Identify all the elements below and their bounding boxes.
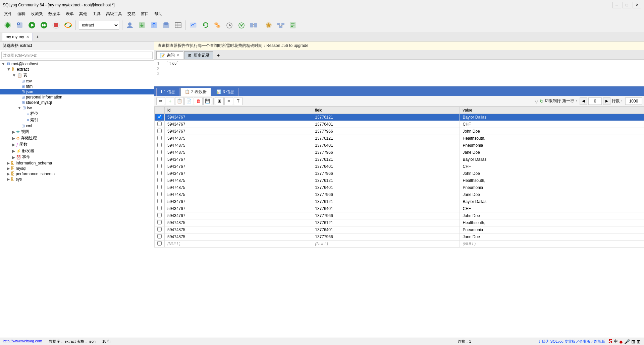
database-select[interactable]: extract [79,21,119,29]
stop-button[interactable] [50,19,62,31]
chinese-input-icon[interactable]: 中 [614,339,618,344]
table-manager-button[interactable] [172,19,184,31]
row-checkbox[interactable] [157,129,162,133]
menu-item-帮助[interactable]: 帮助 [152,10,165,17]
execute-button[interactable] [26,19,38,31]
add-session-button[interactable]: + [34,33,42,40]
results-tab-table-data[interactable]: 📋 2 表数据 [180,88,211,96]
save-changes-button[interactable]: 💾 [203,97,212,105]
tree-node-json[interactable]: ▶ ⊞ json [0,89,154,94]
table-row[interactable]: 5943476713777966John Doe [155,128,644,135]
minimize-button[interactable]: ─ [612,2,621,8]
power-tools-button[interactable] [263,19,274,31]
row-checkbox[interactable] [157,171,162,175]
new-query-button[interactable] [14,19,25,31]
menu-item-数据库[interactable]: 数据库 [46,10,63,17]
results-tab-info[interactable]: ℹ 1 信息 [156,88,179,96]
row-checkbox[interactable] [157,192,162,196]
tree-node-perf-schema[interactable]: ▶ 🗄 performance_schema [0,171,154,177]
query-tab-query[interactable]: 📝 询问 ✕ [156,51,183,59]
tree-node-tsv-cols[interactable]: ▶ ≡ 栏位 [0,111,154,117]
tree-node-sys[interactable]: ▶ 🗄 sys [0,177,154,182]
row-checkbox[interactable] [157,136,162,140]
menu-item-交易[interactable]: 交易 [125,10,138,17]
tree-node-html[interactable]: ▶ ⊞ html [0,84,154,89]
limit-row-check[interactable]: ☑限制行 [545,98,561,104]
edit-row-button[interactable]: ✏ [156,97,165,105]
col-header-field[interactable]: field [312,107,460,114]
filter-input[interactable] [1,52,153,59]
col-header-value[interactable]: value [460,107,644,114]
row-checkbox[interactable] [157,241,162,246]
copy-db-button[interactable] [212,19,223,31]
row-checkbox[interactable] [157,199,162,203]
row-checkbox[interactable] [157,206,162,210]
close-button[interactable]: ✕ [633,2,641,8]
menu-item-高级工具[interactable]: 高级工具 [103,10,125,17]
user-manager-button[interactable] [124,19,136,31]
tree-node-info-schema[interactable]: ▶ 🗄 information_schema [0,160,154,166]
menu-item-窗口[interactable]: 窗口 [138,10,152,17]
row-checkbox[interactable] [157,164,162,168]
maximize-button[interactable]: □ [623,2,631,8]
tree-node-views[interactable]: ▶ 👁 视图 [0,129,154,135]
paste-row-button[interactable]: 📄 [184,97,193,105]
row-checkbox[interactable] [157,227,162,231]
tree-node-mysql[interactable]: ▶ 🗄 mysql [0,166,154,171]
table-row[interactable]: 5947487513776401Pneumonia [155,142,644,149]
text-view-button[interactable]: T [234,97,243,105]
table-row[interactable]: 5943476713776401CHF [155,163,644,170]
table-row[interactable]: 5943476713777966John Doe [155,212,644,219]
tree-node-procs[interactable]: ▶ ⚙ 存储过程 [0,135,154,141]
tree-node-root[interactable]: ▼ 🖥 root@localhost [0,61,154,67]
tree-node-xml[interactable]: ▶ ⊞ xml [0,123,154,129]
tree-node-personal-info[interactable]: ▶ ⊞ personal information [0,94,154,100]
table-row[interactable]: 5947487513776121Healthsouth, [155,219,644,226]
import-button[interactable] [136,19,148,31]
row-checkbox[interactable] [157,234,162,238]
monitor-button[interactable] [236,19,247,31]
table-row[interactable]: (NULL)(NULL)(NULL) [155,240,644,248]
query-tab-close[interactable]: ✕ [176,53,179,58]
website-link[interactable]: http://www.webyog.com [3,339,42,344]
upgrade-link[interactable]: 升级为 SQLyog 专业版／企业版／旗舰版 [538,339,605,344]
query-editor[interactable]: 1 `tsv` 2 3 [154,60,644,86]
table-row[interactable]: 5947487513776401Pneumonia [155,226,644,233]
table-row[interactable]: 5947487513776121Healthsouth, [155,135,644,142]
add-row-button[interactable]: + [166,97,174,105]
row-checkbox[interactable] [157,157,162,161]
menu-item-收藏夹[interactable]: 收藏夹 [28,10,46,17]
refresh-button[interactable] [200,19,211,31]
backup-button[interactable] [160,19,172,31]
table-row[interactable]: 5947487513776121Healthsouth, [155,177,644,184]
menu-item-编辑[interactable]: 编辑 [15,10,28,17]
col-header-id[interactable]: id [165,107,312,114]
grid-view-button[interactable]: ⊞ [215,97,224,105]
table-row[interactable]: 5943476713776121Baylor Dallas [155,198,644,205]
tree-node-tables[interactable]: ▼ 📋 表 [0,72,154,78]
export-button[interactable] [148,19,160,31]
table-row[interactable]: 5943476713777966John Doe [155,170,644,177]
tree-node-student-mysql[interactable]: ▶ ⊞ student_mysql [0,100,154,105]
table-row[interactable]: 5943476713776121Baylor Dallas [155,156,644,163]
results-tab-profile[interactable]: 📊 3 信息 [212,88,238,96]
mic-icon[interactable]: 🎤 [624,339,630,344]
row-checkbox[interactable] [157,122,162,126]
row-checkbox[interactable] [157,143,162,147]
copy-row-button[interactable]: 📋 [175,97,184,105]
row-checkbox[interactable] [157,185,162,189]
new-connection-button[interactable] [2,19,13,31]
menu-item-文件[interactable]: 文件 [1,10,15,17]
add-query-tab-button[interactable]: + [217,53,220,58]
table-row[interactable]: 5947487513777966Jane Doe [155,191,644,198]
table-row[interactable]: 5947487513777966Jane Doe [155,149,644,156]
menu-item-其他[interactable]: 其他 [76,10,90,17]
table-row[interactable]: 5943476713776401CHF [155,121,644,128]
execute-all-button[interactable] [38,19,50,31]
schedule-button[interactable] [224,19,235,31]
menu-item-表单[interactable]: 表单 [63,10,76,17]
row-checkbox[interactable] [157,178,162,182]
table-row[interactable]: 5947487513777966Jane Doe [155,233,644,240]
tree-node-tsv[interactable]: ▼ ⊞ tsv [0,105,154,111]
prev-row-button[interactable]: ◀ [580,97,587,105]
